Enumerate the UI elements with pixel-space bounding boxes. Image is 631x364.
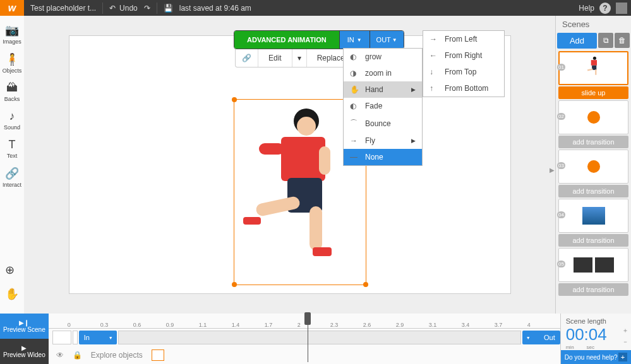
length-minus-button[interactable]: － [622, 338, 628, 346]
add-transition-button[interactable]: add transition [558, 283, 628, 296]
anim-fade[interactable]: ◐Fade [344, 98, 422, 114]
sidebar-images[interactable]: 📷Images [0, 21, 24, 47]
timeline-area: ▶❙Preview Scene ▶Preview Wideo 0 0.3 0.6… [0, 314, 631, 364]
delete-scene-button[interactable]: 🗑 [615, 33, 630, 48]
avatar[interactable] [616, 3, 627, 14]
fade-icon: ◐ [350, 102, 359, 110]
anim-bounce[interactable]: ⌒Bounce [344, 114, 422, 132]
chevron-right-icon: ▶ [411, 86, 416, 93]
anim-zoom-in[interactable]: ◑zoom in [344, 65, 422, 81]
sidebar-sound[interactable]: ♪Sound [0, 107, 24, 133]
sidebar-backs[interactable]: 🏔Backs [0, 79, 24, 105]
redo-button[interactable]: ↷ [144, 4, 150, 13]
scene-number: 04 [557, 211, 565, 218]
hand-tool-icon[interactable]: ✋ [5, 287, 19, 301]
save-icon[interactable]: 💾 [164, 4, 173, 13]
scene-thumb[interactable]: 01 [558, 51, 628, 85]
zoom-icon[interactable]: ⊕ [5, 263, 19, 277]
sidebar-interact[interactable]: 🔗Interact [0, 164, 24, 191]
fly-from-left[interactable]: →From Left [423, 31, 504, 47]
arrow-down-icon: ↓ [430, 68, 438, 76]
zoom-in-icon: ◑ [350, 69, 359, 78]
play-icon: ▶❙ [19, 319, 29, 326]
bounce-icon: ⌒ [350, 118, 359, 129]
help-icon[interactable]: ? [599, 3, 611, 14]
scene-number: 03 [557, 162, 565, 169]
resize-handle[interactable] [232, 282, 237, 287]
timeline-ruler[interactable]: 0 0.3 0.6 0.9 1.1 1.4 1.7 2 2.3 2.6 2.9 … [49, 314, 560, 329]
track-spacer [73, 331, 78, 344]
arrow-left-icon: ← [430, 51, 438, 60]
person-icon: 🧍 [5, 52, 19, 66]
length-plus-button[interactable]: ＋ [622, 326, 628, 335]
scene-length-label: Scene length [561, 314, 631, 325]
anim-none[interactable]: —None [344, 149, 422, 165]
caret-down-icon: ▼ [357, 37, 362, 43]
fly-icon: → [350, 136, 359, 145]
music-icon: ♪ [9, 110, 15, 123]
layer-thumb[interactable] [152, 349, 164, 361]
grow-icon: ◐ [350, 52, 359, 61]
scene-number: 01 [557, 64, 565, 71]
fly-from-top[interactable]: ↓From Top [423, 64, 504, 80]
duplicate-scene-button[interactable]: ⧉ [598, 33, 613, 48]
scene-thumb[interactable]: 05 [558, 248, 628, 282]
resize-handle[interactable] [363, 282, 368, 287]
playhead[interactable] [308, 314, 308, 362]
animation-out-button[interactable]: OUT▼ [370, 31, 404, 49]
anim-hand[interactable]: ✋Hand▶ [344, 81, 422, 98]
scene-number: 05 [557, 261, 565, 267]
file-title[interactable]: Test placeholder t... [30, 4, 96, 13]
undo-button[interactable]: ↶ Undo [109, 4, 138, 13]
none-icon: — [350, 153, 359, 161]
timeline-track[interactable]: In Out [49, 329, 560, 346]
add-transition-button[interactable]: add transition [558, 136, 628, 148]
add-scene-button[interactable]: Add [557, 33, 597, 49]
svg-rect-14 [595, 69, 596, 75]
preview-scene-button[interactable]: ▶❙Preview Scene [0, 314, 49, 339]
collapse-panel-icon[interactable]: ▶ [550, 167, 555, 173]
left-sidebar: 📷Images 🧍Objects 🏔Backs ♪Sound TText 🔗In… [0, 16, 24, 364]
anim-grow[interactable]: ◐grow [344, 49, 422, 65]
add-transition-button[interactable]: add transition [558, 185, 628, 197]
scene-thumb[interactable]: 04 [558, 199, 628, 233]
eye-icon[interactable]: 👁 [56, 351, 64, 360]
help-bar-close-icon[interactable]: + [618, 353, 627, 361]
undo-label: Undo [119, 4, 138, 13]
arrow-up-icon: ↑ [430, 84, 438, 93]
scenes-list: 01 slide up 02 add transition 03 add tra… [556, 51, 631, 314]
explore-objects[interactable]: Explore objects [91, 351, 143, 360]
clip-out-button[interactable]: Out [522, 331, 560, 344]
edit-dropdown[interactable]: ▾ [292, 49, 307, 67]
logo-icon[interactable]: w [0, 0, 24, 16]
preview-wideo-button[interactable]: ▶Preview Wideo [0, 339, 49, 364]
link-button[interactable]: 🔗 [236, 49, 258, 67]
svg-rect-11 [591, 60, 596, 66]
clip-in-button[interactable]: In [79, 331, 117, 344]
scene-thumb[interactable]: 02 [558, 100, 628, 134]
clip-body[interactable] [118, 331, 521, 344]
sidebar-text[interactable]: TText [0, 136, 24, 161]
lock-icon[interactable]: 🔒 [73, 351, 82, 360]
advanced-animation-button[interactable]: ADVANCED ANIMATION [234, 31, 339, 49]
fly-direction-menu: →From Left ←From Right ↓From Top ↑From B… [423, 30, 505, 97]
scene-thumb[interactable]: 03 [558, 150, 628, 184]
link-icon: 🔗 [5, 167, 19, 180]
fly-from-right[interactable]: ←From Right [423, 47, 504, 64]
track-thumbnail[interactable] [52, 331, 71, 344]
scene-number: 02 [557, 113, 565, 120]
resize-handle[interactable] [232, 97, 237, 102]
fly-from-bottom[interactable]: ↑From Bottom [423, 80, 504, 97]
help-bar[interactable]: Do you need help?+ [561, 350, 631, 364]
scene-transition-label[interactable]: slide up [558, 86, 628, 99]
text-icon: T [9, 138, 16, 151]
animation-in-button[interactable]: IN▼ [339, 31, 370, 49]
add-transition-button[interactable]: add transition [558, 234, 628, 247]
scene-length-value: 00:04 [561, 325, 631, 344]
arrow-right-icon: → [430, 35, 438, 44]
edit-button[interactable]: Edit [258, 49, 292, 67]
anim-fly[interactable]: →Fly▶ [344, 132, 422, 149]
sidebar-objects[interactable]: 🧍Objects [0, 50, 24, 76]
help-label[interactable]: Help [579, 4, 594, 13]
animation-menu: ◐grow ◑zoom in ✋Hand▶ ◐Fade ⌒Bounce →Fly… [343, 48, 423, 166]
